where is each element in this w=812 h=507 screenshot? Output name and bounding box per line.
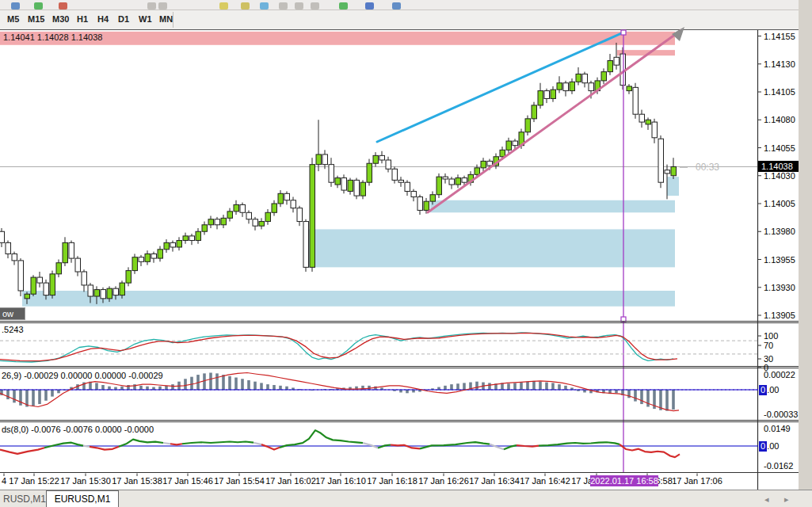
time-axis-tick: 17 Jan 16:10 xyxy=(315,476,366,486)
price-axis-tick: 1.14105 xyxy=(764,87,795,97)
bar-countdown: 00:33 xyxy=(680,162,719,173)
time-axis-tick: 17 Jan 15:46 xyxy=(162,476,213,486)
macd-label: 26,9) -0.00029 0.00000 0.00000 -0.00029 xyxy=(2,371,163,380)
time-axis-tick: 17 Jan 16:42 xyxy=(520,476,570,486)
osc-zero-chip: 0.00 xyxy=(759,441,779,452)
window-right-edge xyxy=(799,0,812,507)
quote-values: 1.14041 1.14028 1.14038 xyxy=(3,32,102,42)
time-axis-tick: 17 Jan 15:38 xyxy=(112,476,162,486)
time-axis-tick: 17 Jan 15:30 xyxy=(60,476,111,486)
mt4-window: M5M15M30H1H4D1W1MN 1.14041 1.14028 1.140… xyxy=(0,0,812,507)
time-axis-tick: 17 Jan 16:34 xyxy=(469,476,520,486)
tab-eurusd-active[interactable]: EURUSD,M1 xyxy=(46,490,119,507)
stoch-axis-tick: 70 xyxy=(764,341,773,350)
time-axis-tick: 17 Jan 16:02 xyxy=(265,476,316,486)
time-axis-tick: 17 Jan 15:54 xyxy=(214,476,265,486)
current-price-tag: 1.14038 xyxy=(758,161,799,172)
osc-axis-tick: -0.0162 xyxy=(764,461,793,471)
object-tooltip: ow xyxy=(0,307,25,320)
macd-zero-chip: 0.00 xyxy=(759,385,779,395)
macd-axis-tick: -0.00033 xyxy=(764,410,798,419)
time-axis-tick: 17 Jan 16:18 xyxy=(367,476,417,486)
oscillator-label: ds(8,0) -0.0076 -0.0076 0.0000 -0.0000 xyxy=(2,425,154,434)
osc-axis-tick: 0.0149 xyxy=(764,424,791,433)
time-axis-tick: 17 Jan 16:26 xyxy=(418,476,469,486)
price-axis-tick: 1.13930 xyxy=(764,283,795,292)
time-axis-tick: 4 xyxy=(2,476,6,486)
price-axis-tick: 1.13955 xyxy=(764,255,795,265)
countdown-dash-icon xyxy=(680,167,688,168)
tab-scroll-right-icon[interactable]: ▸ xyxy=(784,494,789,505)
price-axis-tick: 1.14155 xyxy=(764,32,795,41)
macd-axis-tick: 0.00022 xyxy=(764,370,795,379)
price-axis-tick: 1.14005 xyxy=(764,199,795,208)
price-axis-tick: 1.14055 xyxy=(764,143,795,153)
price-axis-tick: 1.13980 xyxy=(764,227,795,236)
tab-eurusd-partial[interactable]: RUSD,M1 xyxy=(3,494,46,505)
tab-scroll-left-icon[interactable]: ◂ xyxy=(764,494,769,505)
chart-tab-bar: RUSD,M1 EURUSD,M1 ◂ ▸ xyxy=(0,490,812,507)
price-axis-tick: 1.14030 xyxy=(764,171,795,181)
time-axis-tick: 17 Jan 17:06 xyxy=(672,476,722,486)
stochastic-label: .5243 xyxy=(2,325,24,334)
stoch-axis-tick: 100 xyxy=(764,331,778,341)
price-axis-tick: 1.13905 xyxy=(764,311,795,320)
price-axis-tick: 1.14130 xyxy=(764,59,795,69)
price-axis-tick: 1.14080 xyxy=(764,115,795,124)
time-axis-tick: 17 Jan 15:22 xyxy=(9,476,59,486)
crosshair-time-tag: 2022.01.17 16:58 xyxy=(590,475,658,486)
